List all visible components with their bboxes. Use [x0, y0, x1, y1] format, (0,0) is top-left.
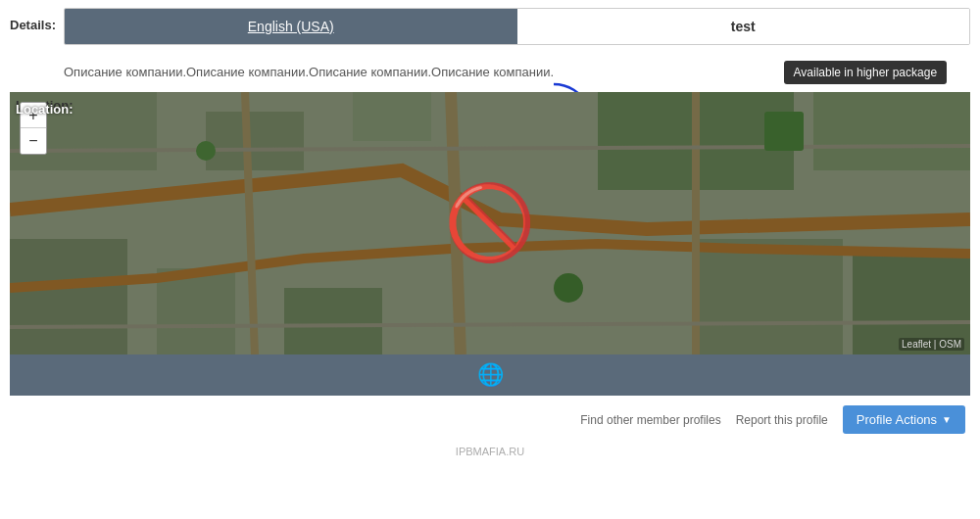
- description-area: Описание компании.Описание компании.Опис…: [64, 55, 970, 92]
- profile-actions-button[interactable]: Profile Actions ▼: [843, 405, 965, 434]
- tooltip-box: Available in higher package: [784, 61, 948, 84]
- tabs-container: English (USA) test: [64, 8, 970, 45]
- footer-actions: Find other member profiles Report this p…: [0, 396, 980, 444]
- globe-icon: 🌐: [477, 362, 504, 388]
- map-attribution: Leaflet | OSM: [899, 338, 964, 351]
- description-text: Описание компании.Описание компании.Опис…: [64, 65, 554, 79]
- report-profile-link[interactable]: Report this profile: [736, 413, 828, 427]
- zoom-out-button[interactable]: −: [21, 128, 46, 154]
- map-container: 🚫 + − Leaflet | OSM: [10, 92, 970, 354]
- no-sign-icon: 🚫: [444, 180, 536, 266]
- bottom-bar: 🌐: [10, 354, 970, 396]
- location-label-overlay: Location:: [16, 100, 74, 118]
- tab-test[interactable]: test: [517, 9, 970, 44]
- dropdown-arrow-icon: ▼: [942, 414, 952, 425]
- watermark: IPBMAFIA.RU: [0, 444, 980, 461]
- details-label: Details:: [10, 8, 64, 32]
- details-row: Details: English (USA) test Описание ком…: [0, 0, 980, 92]
- location-section: Location:: [10, 92, 970, 354]
- tab-english[interactable]: English (USA): [65, 9, 517, 44]
- tooltip-wrapper: Available in higher package: [784, 61, 948, 84]
- profile-actions-label: Profile Actions: [857, 412, 937, 427]
- find-profiles-link[interactable]: Find other member profiles: [580, 413, 720, 427]
